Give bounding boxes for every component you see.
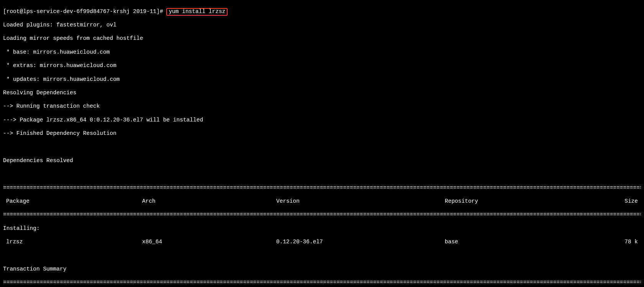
output-line: ---> Package lrzsz.x86_64 0:0.12.20-36.e…	[3, 117, 641, 124]
output-line: * extras: mirrors.huaweicloud.com	[3, 62, 641, 69]
terminal-output[interactable]: [root@lps-service-dev-6f99d84767-krshj 2…	[0, 0, 644, 287]
output-line: * updates: mirrors.huaweicloud.com	[3, 76, 641, 83]
divider: ========================================…	[3, 212, 641, 218]
divider: ========================================…	[3, 279, 641, 286]
output-line: --> Finished Dependency Resolution	[3, 130, 641, 137]
output-line: * base: mirrors.huaweicloud.com	[3, 49, 641, 56]
installing-header: Installing:	[3, 225, 641, 232]
transaction-summary-title: Transaction Summary	[3, 266, 641, 273]
output-line: Loaded plugins: fastestmirror, ovl	[3, 22, 641, 29]
table-header-row: Package Arch Version Repository Size	[3, 198, 641, 205]
table-row: lrzsz x86_64 0.12.20-36.el7 base 78 k	[3, 239, 641, 246]
cell-version: 0.12.20-36.el7	[276, 239, 445, 246]
output-line: --> Running transaction check	[3, 103, 641, 110]
cell-package: lrzsz	[3, 239, 142, 246]
output-line: Resolving Dependencies	[3, 90, 641, 97]
col-header-size: Size	[575, 198, 641, 205]
command-highlight: yum install lrzsz	[166, 8, 228, 16]
cell-arch: x86_64	[142, 239, 276, 246]
col-header-repository: Repository	[445, 198, 575, 205]
divider: ========================================…	[3, 185, 641, 192]
col-header-arch: Arch	[142, 198, 276, 205]
cell-size: 78 k	[575, 239, 641, 246]
output-line: Loading mirror speeds from cached hostfi…	[3, 35, 641, 42]
col-header-package: Package	[3, 198, 142, 205]
cell-repository: base	[445, 239, 575, 246]
shell-prompt: [root@lps-service-dev-6f99d84767-krshj 2…	[3, 8, 166, 15]
output-line: Dependencies Resolved	[3, 157, 641, 164]
col-header-version: Version	[276, 198, 445, 205]
